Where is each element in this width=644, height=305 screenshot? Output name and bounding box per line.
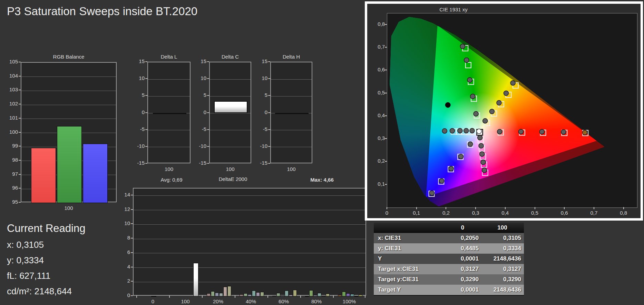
y-tick-label: -10 (191, 143, 206, 149)
measured-point-green (474, 111, 478, 116)
bar (309, 290, 313, 296)
bar (354, 296, 358, 297)
results-table: 0 100 x: CIE310,20500,3105y: CIE310,4485… (374, 223, 524, 296)
cie-1931-panel: CIE 1931 xy 00,10,20,30,40,50,60,70,80,1… (365, 1, 643, 221)
row-label: Target Y (374, 285, 445, 295)
gridline (134, 224, 365, 225)
gridline (271, 130, 312, 130)
bar (151, 296, 156, 297)
cie-y-tick-label: 0,2 (368, 158, 385, 164)
value-col-100: 0,3127 (481, 264, 524, 274)
bar (293, 290, 297, 296)
calibration-report-page: P3 Saturation Sweeps inside BT.2020 RGB … (0, 0, 644, 305)
cie-x-tick-label: 0,3 (467, 210, 484, 216)
y-tick-label: 95 (3, 199, 18, 205)
gridline (148, 130, 190, 130)
reading-cdm2-label: cd/m²: (7, 286, 32, 296)
results-table-header: 0 100 (374, 223, 524, 233)
y-tick-label: 10 (252, 75, 267, 81)
x-tick-label: 100 (147, 166, 191, 172)
cie-x-tick-label: 0,2 (437, 210, 455, 216)
gridline (148, 79, 190, 80)
gridline (21, 77, 116, 77)
reading-fl-label: fL: (7, 271, 17, 281)
tick-mark (131, 209, 133, 210)
cie-x-tick-label: 0,8 (615, 210, 632, 216)
tick-mark (268, 61, 270, 62)
value-col-100: 2148,6436 (481, 254, 524, 264)
value-col-0: 0,0001 (445, 285, 481, 295)
bar (289, 295, 293, 296)
cie-y-tick (385, 161, 387, 162)
y-tick-label: 102 (3, 101, 18, 106)
measured-point-green (467, 78, 472, 82)
delta-l-chart: Delta L 151050-5-10-15100 (136, 45, 198, 176)
bar (83, 144, 108, 203)
cie-y-tick (385, 24, 387, 25)
tick-mark (131, 267, 133, 267)
bar (244, 293, 247, 296)
tick-mark (131, 252, 133, 253)
bar (207, 293, 211, 296)
y-tick-label: -15 (252, 160, 267, 166)
tick-mark (145, 78, 147, 79)
y-tick-label: 6 (115, 249, 130, 255)
bar (252, 291, 256, 296)
table-row: Y0,00012148,6436 (374, 254, 524, 264)
x-tick-label: 100% (335, 298, 363, 304)
measured-point-yellow (489, 109, 494, 114)
table-row: Target x:CIE310,31270,3127 (374, 264, 524, 274)
cie-x-tick-label: 0,6 (556, 210, 573, 216)
bar (305, 296, 309, 297)
y-tick-label: 4 (115, 264, 130, 270)
bar (281, 295, 284, 296)
y-tick-label: 8 (115, 235, 130, 241)
x-boundary-tick (333, 296, 334, 298)
reading-fl-value: 627,111 (19, 271, 50, 281)
current-reading-heading: Current Reading (7, 222, 110, 235)
tick-mark (145, 163, 147, 164)
bar (346, 293, 350, 296)
cie-x-tick-label: 0,5 (526, 210, 544, 216)
gridline (21, 105, 116, 105)
table-row: y: CIE310,44850,3334 (374, 243, 524, 254)
header-col-0: 0 (445, 223, 481, 233)
x-tick-label: 60% (270, 298, 297, 304)
rgb-balance-chart: RGB Balance 9596979899100101102103104105… (14, 45, 121, 217)
measured-point-red (561, 130, 566, 134)
tick-mark (268, 78, 270, 79)
tick-mark (207, 61, 209, 62)
y-tick-label: 2 (115, 278, 130, 284)
cie-x-tick-label: 0,7 (585, 210, 603, 216)
gridline (210, 147, 251, 147)
measured-point-red (518, 129, 523, 134)
measured-point-cyan (450, 129, 455, 133)
cie-x-tick (505, 207, 506, 209)
measured-point-red (497, 129, 502, 134)
measured-point-magenta (479, 143, 484, 148)
delta-c-chart: Delta C 151050-5-10-15100 (198, 45, 260, 176)
reading-fl: fL: 627,111 (7, 271, 110, 281)
bar (240, 294, 243, 296)
cie-y-tick (385, 184, 387, 185)
y-tick-label: 15 (252, 58, 267, 64)
value-col-0: 0,4485 (445, 243, 481, 254)
bar (57, 126, 82, 203)
cie-y-tick-label: 0,4 (368, 112, 385, 118)
tick-mark (131, 238, 133, 238)
cie-y-tick (385, 93, 387, 93)
bar (153, 113, 186, 114)
y-tick-label: 104 (3, 73, 18, 79)
value-col-0: 0,0001 (445, 254, 481, 264)
y-tick-label: -15 (129, 160, 145, 166)
y-tick-label: 100 (3, 129, 18, 135)
tick-mark (145, 95, 147, 96)
measured-point-yellow (497, 100, 501, 105)
measured-point-black (445, 102, 450, 108)
bar (219, 293, 223, 296)
measured-point-blue (439, 179, 444, 183)
bar (223, 287, 227, 296)
gridline (148, 147, 190, 147)
x-tick-label: 100 (209, 166, 251, 172)
measured-point-yellow (483, 119, 488, 123)
